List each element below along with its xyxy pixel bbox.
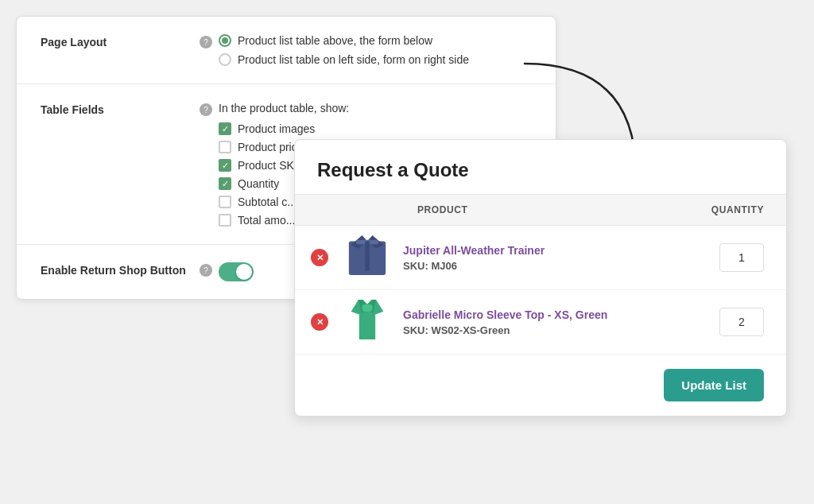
product-image-1 [347,234,387,278]
remove-cell-1 [295,226,339,290]
return-shop-toggle[interactable] [219,262,254,281]
checkbox-product-sku-label: Product SKU [238,159,302,172]
update-list-button[interactable]: Update List [664,369,764,401]
checkbox-product-prices-box[interactable] [219,141,231,153]
checkbox-product-sku-box[interactable] [219,159,231,172]
quote-title: Request a Quote [295,140,786,194]
col-product: PRODUCT [395,195,689,226]
product-info-cell-1: Jupiter All-Weather Trainer SKU: MJ06 [395,226,689,290]
checkbox-quantity-box[interactable] [219,177,231,190]
checkbox-quantity-label: Quantity [238,177,279,190]
radio-left-label: Product list table on left side, form on… [238,53,469,66]
product-sku-value-2: WS02-XS-Green [431,324,510,336]
help-icon-table[interactable]: ? [200,103,212,116]
table-fields-label: Table Fields [41,102,200,116]
table-row: Gabrielle Micro Sleeve Top - XS, Green S… [295,290,786,355]
qty-cell-2: 2 [689,290,786,355]
remove-button-2[interactable] [311,313,328,331]
product-sku-1: SKU: MJ06 [403,260,681,272]
qty-cell-1: 1 [689,226,786,290]
checkbox-product-images-box[interactable] [219,122,231,135]
quote-table-body: Jupiter All-Weather Trainer SKU: MJ06 1 [295,226,786,355]
table-fields-description: In the product table, show: [219,102,532,114]
product-info-cell-2: Gabrielle Micro Sleeve Top - XS, Green S… [395,290,689,355]
radio-above[interactable] [219,34,231,47]
page-layout-row: Page Layout ? Product list table above, … [17,17,556,84]
svg-rect-9 [362,304,373,312]
product-name-1[interactable]: Jupiter All-Weather Trainer [403,244,681,257]
remove-cell-2 [295,290,339,355]
help-icon-return[interactable]: ? [200,264,212,277]
checkbox-subtotal-box[interactable] [219,196,231,208]
quantity-input-1[interactable]: 1 [719,243,764,272]
page-layout-options: Product list table above, the form below… [219,34,532,66]
quote-footer: Update List [295,355,786,416]
checkbox-product-images[interactable]: Product images [219,122,532,135]
quote-panel: Request a Quote PRODUCT QUANTITY [294,139,787,417]
product-sku-value-1: MJ06 [431,260,457,272]
radio-option-above[interactable]: Product list table above, the form below [219,34,532,47]
help-icon-layout[interactable]: ? [200,36,212,48]
page-layout-help: ? [200,34,219,48]
checkbox-product-images-label: Product images [238,122,315,135]
svg-rect-5 [365,241,370,270]
image-cell-2 [339,290,395,355]
product-sku-2: SKU: WS02-XS-Green [403,324,681,336]
radio-above-label: Product list table above, the form below [238,34,432,47]
remove-button-1[interactable] [311,249,328,266]
return-shop-help: ? [200,262,219,277]
product-image-2 [347,298,387,343]
col-image [339,195,395,226]
table-fields-help: ? [200,102,219,116]
radio-option-left[interactable]: Product list table on left side, form on… [219,53,532,66]
quantity-input-2[interactable]: 2 [719,308,764,336]
return-shop-label: Enable Return Shop Button [41,262,200,277]
checkbox-total-label: Total amo... [238,214,295,227]
col-quantity: QUANTITY [689,195,786,226]
quote-table-header: PRODUCT QUANTITY [295,195,786,226]
col-remove [295,195,339,226]
table-row: Jupiter All-Weather Trainer SKU: MJ06 1 [295,226,786,290]
product-name-2[interactable]: Gabrielle Micro Sleeve Top - XS, Green [403,308,681,321]
checkbox-subtotal-label: Subtotal c... [238,196,297,208]
page-layout-label: Page Layout [41,34,200,48]
checkbox-total-box[interactable] [219,214,231,227]
image-cell-1 [339,226,395,290]
quote-table: PRODUCT QUANTITY [295,194,786,355]
radio-left[interactable] [219,53,231,66]
